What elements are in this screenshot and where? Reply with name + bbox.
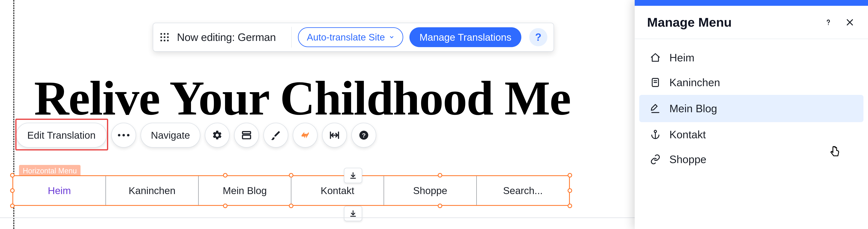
edit-translation-button[interactable]: Edit Translation — [16, 123, 107, 148]
element-help-button[interactable]: ? — [351, 123, 376, 148]
resize-handle[interactable] — [10, 173, 15, 177]
panel-close-button[interactable] — [844, 17, 856, 28]
resize-handle[interactable] — [223, 204, 227, 208]
design-button[interactable] — [264, 123, 288, 148]
panel-help-button[interactable] — [823, 17, 834, 28]
page-headline: Relive Your Childhood Me — [34, 70, 570, 126]
now-editing-label: Now editing: German — [172, 31, 285, 44]
menu-item-kontakt[interactable]: Kontakt — [291, 176, 384, 205]
menu-item-search[interactable]: Search... — [477, 176, 569, 205]
resize-handle[interactable] — [289, 173, 293, 177]
resize-handle[interactable] — [438, 204, 442, 208]
panel-header: Manage Menu — [635, 6, 868, 39]
horizontal-menu: Heim Kaninchen Mein Blog Kontakt Shoppe … — [12, 175, 570, 206]
question-circle-icon: ? — [359, 130, 369, 141]
anchor-icon — [649, 128, 661, 141]
close-icon — [845, 18, 855, 27]
help-button[interactable]: ? — [529, 28, 547, 46]
panel-item-label: Mein Blog — [670, 102, 717, 115]
panel-item-label: Kaninchen — [670, 76, 720, 89]
menu-item-heim[interactable]: Heim — [13, 176, 106, 205]
layout-button[interactable] — [234, 123, 259, 148]
chevron-down-icon — [389, 34, 394, 40]
svg-point-11 — [828, 24, 829, 25]
svg-rect-0 — [243, 132, 251, 134]
editor-toolbar: Now editing: German Auto-translate Site … — [153, 23, 554, 52]
settings-button[interactable] — [205, 123, 229, 148]
navigate-button[interactable]: Navigate — [141, 123, 200, 148]
menu-item-mein-blog[interactable]: Mein Blog — [198, 176, 291, 205]
context-toolbar: Edit Translation Navigate ? — [16, 123, 376, 148]
drag-handle-icon[interactable] — [157, 33, 172, 41]
resize-handle[interactable] — [10, 204, 15, 208]
paintbrush-icon — [271, 130, 281, 141]
panel-item-shoppe[interactable]: Shoppe — [635, 147, 868, 172]
arrow-down-to-line-icon — [349, 171, 357, 180]
panel-item-label: Shoppe — [670, 153, 706, 166]
panel-title: Manage Menu — [647, 15, 732, 30]
pen-icon — [649, 102, 661, 115]
move-element-up-button[interactable] — [344, 168, 362, 183]
resize-handle[interactable] — [567, 204, 572, 208]
resize-handle[interactable] — [567, 188, 572, 193]
resize-handle[interactable] — [438, 173, 442, 177]
panel-item-kaninchen[interactable]: Kaninchen — [635, 70, 868, 95]
panel-item-label: Kontakt — [670, 128, 706, 141]
page-icon — [649, 76, 661, 89]
horizontal-menu-selection[interactable]: Heim Kaninchen Mein Blog Kontakt Shoppe … — [12, 175, 570, 206]
resize-handle[interactable] — [10, 188, 15, 193]
resize-handle[interactable] — [289, 204, 293, 208]
canvas-baseline — [0, 218, 635, 218]
animation-icon — [300, 130, 311, 141]
panel-item-kontakt[interactable]: Kontakt — [635, 122, 868, 147]
ellipsis-icon — [118, 134, 129, 136]
layout-icon — [241, 130, 252, 141]
link-icon — [649, 153, 661, 166]
animation-button[interactable] — [293, 123, 317, 148]
toolbar-divider — [291, 27, 292, 48]
panel-item-label: Heim — [670, 52, 694, 64]
move-element-down-button[interactable] — [344, 206, 362, 221]
menu-item-kaninchen[interactable]: Kaninchen — [106, 176, 198, 205]
home-icon — [649, 52, 661, 64]
manage-menu-panel: Manage Menu Heim Kaninc — [635, 0, 868, 229]
gear-icon — [212, 130, 223, 141]
question-mark-icon — [824, 18, 833, 27]
auto-translate-label: Auto-translate Site — [307, 32, 385, 43]
auto-translate-dropdown[interactable]: Auto-translate Site — [298, 27, 403, 47]
question-mark-icon: ? — [535, 31, 541, 43]
svg-rect-1 — [243, 135, 251, 139]
panel-accent-bar — [635, 0, 868, 6]
resize-handle[interactable] — [567, 173, 572, 177]
manage-translations-button[interactable]: Manage Translations — [409, 27, 521, 47]
panel-item-heim[interactable]: Heim — [635, 45, 868, 70]
svg-text:?: ? — [362, 132, 366, 139]
more-options-button[interactable] — [111, 123, 136, 148]
menu-item-shoppe[interactable]: Shoppe — [384, 176, 477, 205]
stretch-icon — [329, 130, 340, 141]
resize-handle[interactable] — [223, 173, 227, 177]
panel-item-mein-blog[interactable]: Mein Blog — [639, 95, 864, 122]
stretch-button[interactable] — [322, 123, 347, 148]
panel-menu-list: Heim Kaninchen Mein Blog Kontakt — [635, 39, 868, 178]
arrow-down-to-line-icon — [349, 209, 357, 218]
